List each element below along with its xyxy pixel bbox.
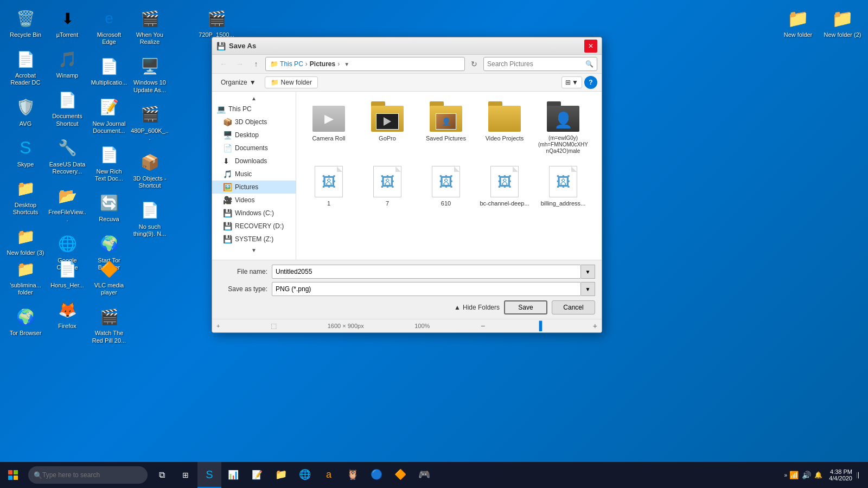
search-icon: 🔍: [585, 60, 593, 68]
taskbar-snap-icon[interactable]: ⊞: [174, 462, 197, 488]
nav-item-downloads[interactable]: ⬇ Downloads: [212, 155, 296, 168]
taskbar-search-icon: 🔍: [34, 471, 42, 479]
svg-rect-2: [8, 476, 12, 480]
filetype-dropdown-button[interactable]: ▼: [581, 282, 595, 296]
taskbar-app-excel[interactable]: 📊: [221, 462, 245, 488]
dialog-title-icon: 💾: [216, 42, 226, 50]
file-item-dark-profile[interactable]: 👤 (m=ewlG0y)(mh=FMNOM0cXHYnQa42O)male: [536, 97, 590, 158]
nav-item-this-pc[interactable]: 💻 This PC: [212, 102, 296, 115]
network-icon[interactable]: 📶: [789, 471, 799, 479]
filename-input-wrapper: ▼: [272, 265, 595, 279]
volume-icon[interactable]: 🔊: [802, 471, 811, 479]
help-button[interactable]: ?: [584, 76, 597, 89]
new-folder-icon-btn: 📁: [271, 79, 279, 86]
taskbar-app-vlc2[interactable]: 🔶: [388, 462, 412, 488]
filetype-select[interactable]: PNG (*.png): [272, 282, 581, 296]
taskbar-app-word[interactable]: 📝: [245, 462, 269, 488]
filename-dropdown-button[interactable]: ▼: [581, 265, 595, 279]
nav-item-3d-objects[interactable]: 📦 3D Objects: [212, 115, 296, 129]
taskbar-app-unknown[interactable]: 🔵: [365, 462, 388, 488]
recovery-d-icon: 💾: [223, 222, 232, 230]
file-item-gopro[interactable]: GoPro: [360, 97, 414, 158]
filetype-row: Save as type: PNG (*.png) ▼: [219, 282, 595, 296]
zoom-out-icon[interactable]: +: [216, 323, 220, 329]
file-item-img4[interactable]: 🖼 bc-channel-deep...: [477, 162, 532, 210]
file-item-img1[interactable]: 🖼 1: [302, 162, 356, 210]
file-item-img5[interactable]: 🖼 billing_address...: [536, 162, 590, 210]
camera-roll-folder-icon: ▶: [310, 100, 348, 133]
nav-scroll-down[interactable]: ▼: [212, 246, 296, 254]
nav-item-documents[interactable]: 📄 Documents: [212, 142, 296, 155]
zoom-in-btn[interactable]: +: [593, 322, 597, 330]
taskbar-app-browser[interactable]: 🌐: [293, 462, 317, 488]
new-folder-button[interactable]: 📁 New folder: [265, 76, 318, 88]
view-icon: ⊞: [565, 79, 571, 86]
nav-item-pictures[interactable]: 🖼️ Pictures: [212, 181, 296, 194]
img5-icon: 🖼: [544, 165, 582, 198]
battery-icon: 🔔: [814, 471, 822, 479]
file-item-video-projects[interactable]: Video Projects: [477, 97, 532, 158]
dialog-close-button[interactable]: ✕: [584, 40, 597, 53]
dialog-overlay: 💾 Save As ✕ ← → ↑ 📁 This PC › Pictures ›…: [0, 0, 868, 488]
view-arrow: ▼: [572, 79, 578, 86]
filename-label: File name:: [219, 268, 267, 275]
nav-item-desktop[interactable]: 🖥️ Desktop: [212, 129, 296, 142]
dialog-body: ▲ 💻 This PC 📦 3D Objects 🖥️ Desktop: [212, 92, 602, 260]
organize-menu[interactable]: Organize ▼: [216, 77, 260, 88]
forward-button[interactable]: →: [233, 57, 247, 71]
nav-item-videos[interactable]: 🎥 Videos: [212, 194, 296, 207]
taskbar-chevron[interactable]: »: [784, 472, 788, 478]
address-bar[interactable]: 📁 This PC › Pictures › ▼: [265, 57, 465, 71]
refresh-button[interactable]: ↻: [467, 57, 481, 71]
video-projects-folder-icon: [486, 100, 524, 133]
taskbar-right: » 📶 🔊 🔔 4:38 PM 4/4/2020 ▏: [784, 468, 868, 481]
taskbar-app-game[interactable]: 🎮: [412, 462, 436, 488]
videos-nav-icon: 🎥: [223, 196, 232, 204]
zoom-out-btn[interactable]: −: [481, 322, 485, 330]
taskbar-system-icons: 📶 🔊 🔔: [789, 471, 822, 479]
zoom-slider[interactable]: ▐: [536, 321, 542, 331]
new-folder-label: New folder: [281, 79, 312, 86]
organize-label: Organize: [221, 79, 247, 86]
start-button[interactable]: [0, 462, 26, 488]
snap-icon: ⬚: [271, 322, 277, 330]
file-item-saved-pictures[interactable]: 👤 Saved Pictures: [419, 97, 473, 158]
file-item-img3[interactable]: 🖼 610: [419, 162, 473, 210]
nav-item-windows-c[interactable]: 💾 Windows (C:): [212, 207, 296, 220]
back-button[interactable]: ←: [216, 57, 231, 71]
nav-scroll-up[interactable]: ▲: [212, 94, 296, 102]
taskbar-task-view[interactable]: ⧉: [150, 462, 174, 488]
search-input[interactable]: [487, 60, 583, 68]
save-button[interactable]: Save: [504, 300, 547, 314]
cancel-button[interactable]: Cancel: [552, 300, 595, 314]
view-options-button[interactable]: ⊞ ▼: [561, 76, 582, 88]
taskbar-app-tripadvisor[interactable]: 🦉: [341, 462, 365, 488]
gopro-folder-icon: [368, 100, 406, 133]
saved-pictures-folder-icon: 👤: [427, 100, 465, 133]
save-as-dialog: 💾 Save As ✕ ← → ↑ 📁 This PC › Pictures ›…: [212, 37, 602, 333]
address-crumb-pc[interactable]: 📁 This PC: [270, 60, 303, 68]
desktop-button[interactable]: ▏: [857, 472, 864, 478]
taskbar-clock[interactable]: 4:38 PM 4/4/2020: [829, 468, 852, 481]
up-button[interactable]: ↑: [249, 57, 263, 71]
windows-logo-icon: [8, 470, 18, 480]
file-item-img2[interactable]: 🖼 7: [360, 162, 414, 210]
filetype-select-wrapper: PNG (*.png) ▼: [272, 282, 595, 296]
nav-item-system-z[interactable]: 💾 SYSTEM (Z:): [212, 233, 296, 246]
address-crumb-pictures[interactable]: Pictures: [310, 60, 335, 68]
filename-input[interactable]: [272, 265, 581, 279]
nav-item-music[interactable]: 🎵 Music: [212, 168, 296, 181]
dimensions-label: 868 × 488px: [328, 323, 364, 329]
taskbar-search-bar[interactable]: 🔍: [28, 466, 148, 484]
taskbar-app-explorer[interactable]: 📁: [269, 462, 293, 488]
hide-folders-button[interactable]: ▲ Hide Folders: [454, 304, 500, 311]
search-bar[interactable]: 🔍: [483, 57, 597, 71]
organize-arrow: ▼: [250, 79, 256, 86]
svg-rect-3: [14, 476, 18, 480]
nav-item-recovery-d[interactable]: 💾 RECOVERY (D:): [212, 220, 296, 233]
taskbar-app-amazon[interactable]: a: [317, 462, 341, 488]
taskbar-app-skype[interactable]: S: [197, 462, 221, 488]
taskbar-search-input[interactable]: [42, 471, 129, 479]
file-item-camera-roll[interactable]: ▶ Camera Roll: [302, 97, 356, 158]
dialog-footer: File name: ▼ Save as type: PNG (*.png) ▼: [212, 260, 602, 319]
